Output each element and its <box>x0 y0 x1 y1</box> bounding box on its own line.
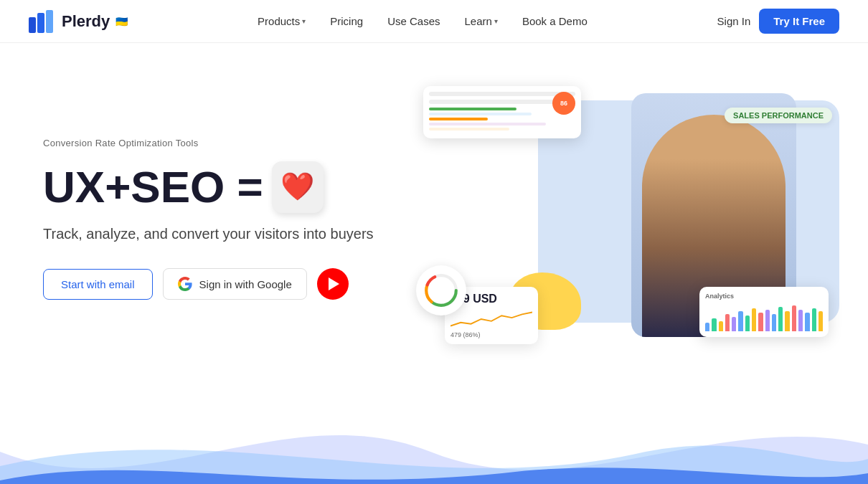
analytics-bar <box>725 314 730 331</box>
analytics-bar <box>805 313 809 331</box>
analytics-bar <box>798 310 803 331</box>
nav-book-demo[interactable]: Book a Demo <box>512 9 598 33</box>
youtube-button[interactable] <box>317 268 349 300</box>
google-signin-button[interactable]: Sign in with Google <box>163 268 307 300</box>
analytics-bar <box>705 323 709 331</box>
hero-subtitle: Conversion Rate Optimization Tools <box>43 138 374 148</box>
svg-rect-1 <box>37 13 44 33</box>
analytics-bar <box>772 314 776 331</box>
play-icon <box>329 277 339 290</box>
analytics-bar <box>752 308 756 331</box>
analytics-bars <box>705 303 823 331</box>
start-email-button[interactable]: Start with email <box>43 269 153 300</box>
nav-products[interactable]: Products ▾ <box>247 9 316 33</box>
logo[interactable]: Plerdy 🇺🇦 <box>29 10 128 33</box>
header-actions: Sign In Try It Free <box>717 9 839 34</box>
analytics-bar <box>792 305 796 331</box>
analytics-bar <box>765 310 770 331</box>
nav-use-cases[interactable]: Use Cases <box>377 9 450 33</box>
sales-performance-badge: SALES PERFORMANCE <box>725 108 832 123</box>
analytics-bar <box>778 307 783 331</box>
hero-visuals: 86 SALES PERFORMANCE Analytics 709 USD <box>423 86 825 351</box>
revenue-sparkline <box>450 308 532 330</box>
gauge-icon <box>423 272 460 309</box>
seo-screenshot-card: 86 <box>423 86 581 138</box>
nav-pricing[interactable]: Pricing <box>320 9 373 33</box>
nav-learn[interactable]: Learn ▾ <box>455 9 508 33</box>
cta-row: Start with email Sign in with Google <box>43 268 374 300</box>
try-free-button[interactable]: Try It Free <box>759 9 839 34</box>
analytics-bar <box>712 318 716 331</box>
svg-rect-0 <box>29 17 36 33</box>
wave-svg <box>0 394 868 484</box>
analytics-bar <box>785 311 789 331</box>
analytics-bar <box>758 313 763 331</box>
wave-section <box>0 394 868 484</box>
hero-left: Conversion Rate Optimization Tools UX+SE… <box>43 138 374 300</box>
chevron-down-icon: ▾ <box>494 17 498 25</box>
seo-score: 86 <box>552 92 575 115</box>
header: Plerdy 🇺🇦 Products ▾ Pricing Use Cases L… <box>0 0 868 43</box>
analytics-bar <box>732 317 736 331</box>
logo-flag: 🇺🇦 <box>115 16 128 27</box>
chevron-down-icon: ▾ <box>302 17 306 25</box>
sign-in-link[interactable]: Sign In <box>717 15 751 27</box>
hero-tagline: Track, analyze, and convert your visitor… <box>43 226 374 242</box>
heart-icon: ❤️ <box>272 161 324 213</box>
hero-headline: UX+SEO = ❤️ <box>43 161 374 213</box>
analytics-bar <box>738 311 742 331</box>
hero-section: Conversion Rate Optimization Tools UX+SE… <box>0 43 868 380</box>
svg-rect-2 <box>46 10 53 33</box>
logo-text: Plerdy <box>62 12 110 31</box>
analytics-card: Analytics <box>699 287 829 337</box>
analytics-bar <box>819 311 823 331</box>
analytics-bar <box>745 315 750 331</box>
analytics-bar <box>719 321 723 331</box>
google-logo-icon <box>178 277 192 291</box>
analytics-bar <box>812 308 816 331</box>
gauge-widget <box>416 265 466 315</box>
main-nav: Products ▾ Pricing Use Cases Learn ▾ Boo… <box>247 9 598 33</box>
